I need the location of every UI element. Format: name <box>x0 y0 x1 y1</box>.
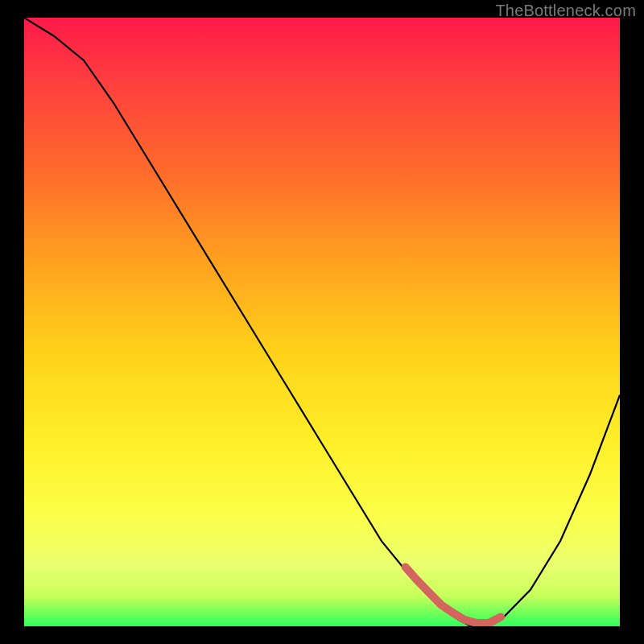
bottom-accent-curve <box>406 567 501 623</box>
bottleneck-curve <box>24 18 620 626</box>
plot-frame <box>24 18 620 626</box>
plot-area <box>24 18 620 626</box>
watermark-text: TheBottleneck.com <box>495 2 636 20</box>
curve-svg <box>24 18 620 626</box>
